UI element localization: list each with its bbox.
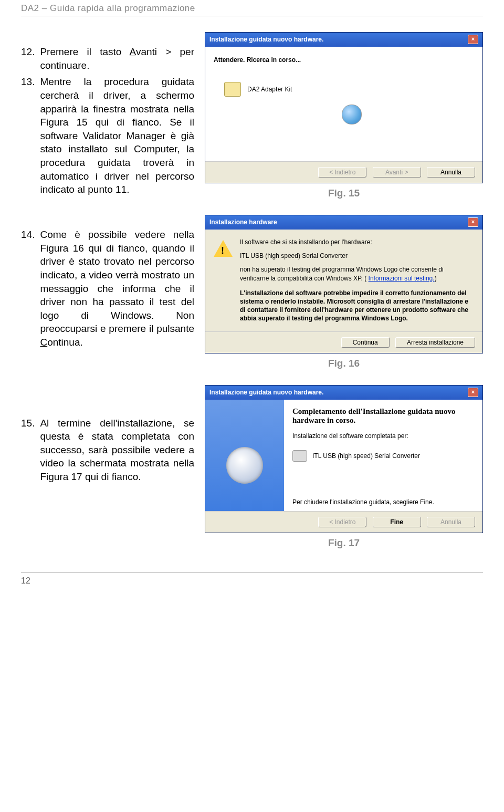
warning-icon [214,240,233,257]
page-header: DA2 – Guida rapida alla programmazione [21,0,483,16]
page-footer: 12 [21,572,483,586]
wizard-side-panel [205,400,284,511]
window-titlebar: Installazione hardware × [205,215,482,230]
step-number: 12. [21,45,35,72]
step-text: Premere il tasto Avanti > per continuare… [40,45,194,72]
window-titlebar: Installazione guidata nuovo hardware. × [205,386,482,400]
text-fragment: ) [435,275,437,282]
device-name: DA2 Adapter Kit [247,86,292,93]
window-title: Installazione guidata nuovo hardware. [209,36,323,43]
step-number: 13. [21,75,35,196]
finish-button[interactable]: Fine [373,517,421,527]
gear-icon [226,447,263,484]
figure-caption-16: Fig. 16 [205,358,483,369]
step-text: Al termine dell'installazione, se questa… [40,417,194,484]
text-fragment: Premere il tasto [40,46,129,57]
underlined-letter: C [40,337,47,348]
device-icon [224,82,241,97]
button-row: Continua Arresta installazione [205,331,482,353]
step-number: 14. [21,228,35,349]
underlined-letter: A [130,46,136,57]
close-icon[interactable]: × [468,388,478,397]
stop-install-button[interactable]: Arresta installazione [395,337,475,348]
text-fragment: Come è possibile vedere nella Figura 16 … [40,229,194,334]
text-line: non ha superato il testing del programma… [240,265,473,282]
cancel-button[interactable]: Annulla [427,167,475,178]
window-titlebar: Installazione guidata nuovo hardware. × [205,33,482,47]
step-15: 15. Al termine dell'installazione, se qu… [21,417,194,484]
cancel-button[interactable]: Annulla [427,517,475,527]
wizard-hint: Per chiudere l'installazione guidata, sc… [292,498,474,506]
device-name: ITL USB (high speed) Serial Converter [240,252,473,260]
step-text: Come è possibile vedere nella Figura 16 … [40,228,194,349]
device-row: DA2 Adapter Kit [224,82,474,97]
continue-button[interactable]: Continua [341,337,390,348]
close-icon[interactable]: × [468,217,478,227]
step-number: 15. [21,417,35,484]
back-button[interactable]: < Indietro [318,517,366,527]
close-icon[interactable]: × [468,35,478,44]
step-13: 13. Mentre la procedura guidata cercherà… [21,75,194,196]
wizard-heading: Completamento dell'Installazione guidata… [292,407,474,425]
step-12: 12. Premere il tasto Avanti > per contin… [21,45,194,72]
window-title: Installazione guidata nuovo hardware. [209,389,323,396]
dialog-text: Il software che si sta installando per l… [240,238,473,323]
page-number: 12 [21,576,30,585]
back-button[interactable]: < Indietro [318,167,366,178]
wizard-complete-window: Installazione guidata nuovo hardware. × … [205,385,483,533]
next-button[interactable]: Avanti > [373,167,421,178]
magnifier-icon [342,105,362,124]
hardware-install-dialog: Installazione hardware × Il software che… [205,215,483,353]
testing-info-link[interactable]: Informazioni sul testing. [369,275,435,282]
text-line: Il software che si sta installando per l… [240,238,473,246]
usb-icon [292,450,307,462]
button-row: < Indietro Avanti > Annulla [205,161,482,183]
figure-caption-17: Fig. 17 [205,537,483,549]
device-row: ITL USB (high speed) Serial Converter [292,450,474,462]
wizard-new-hardware-window: Installazione guidata nuovo hardware. × … [205,32,483,183]
wizard-subtext: Installazione del software completata pe… [292,432,474,440]
text-fragment: ontinua. [47,337,83,348]
button-row: < Indietro Fine Annulla [205,511,482,533]
step-text: Mentre la procedura guidata cercherà il … [40,75,194,196]
figure-caption-15: Fig. 15 [205,188,483,199]
warning-bold-text: L'installazione del software potrebbe im… [240,289,473,323]
window-title: Installazione hardware [209,218,277,226]
device-name: ITL USB (high speed) Serial Converter [312,452,420,460]
step-14: 14. Come è possibile vedere nella Figura… [21,228,194,349]
wizard-status-text: Attendere. Ricerca in corso... [214,56,474,64]
